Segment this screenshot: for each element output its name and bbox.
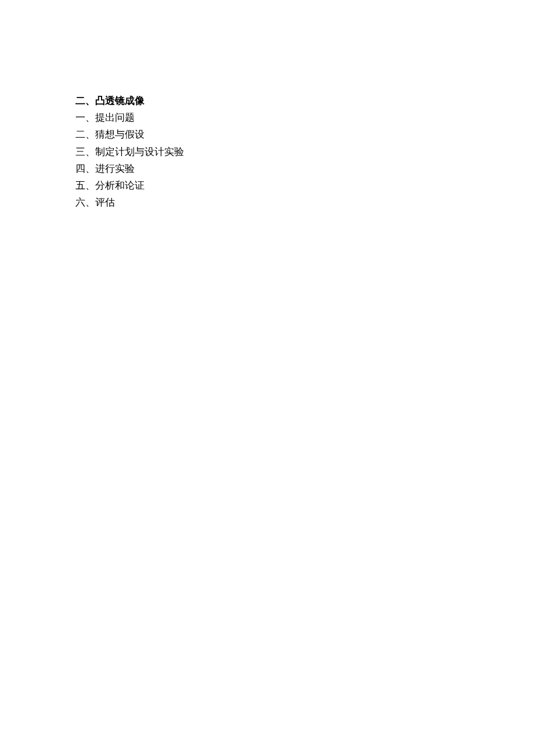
section-title: 二、凸透镜成像	[75, 93, 459, 109]
list-item: 六、评估	[75, 195, 459, 210]
list-item: 五、分析和论证	[75, 178, 459, 193]
list-item: 一、提出问题	[75, 110, 459, 125]
list-item: 四、进行实验	[75, 161, 459, 177]
list-item: 三、制定计划与设计实验	[75, 144, 459, 160]
list-item: 二、猜想与假设	[75, 127, 459, 142]
document-page: 二、凸透镜成像 一、提出问题 二、猜想与假设 三、制定计划与设计实验 四、进行实…	[0, 0, 534, 210]
